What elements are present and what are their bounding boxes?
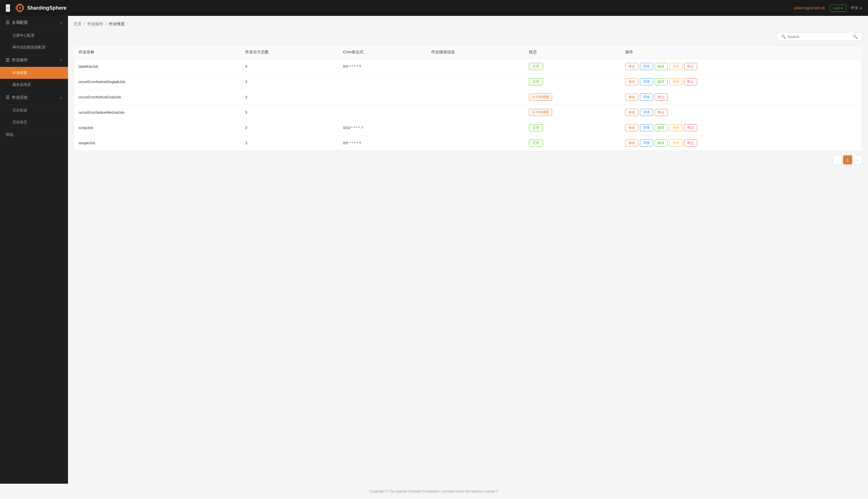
btn-edit-4[interactable]: 修改 <box>625 124 638 131</box>
sidebar-item-server-dimension[interactable]: 服务器维度 <box>0 79 68 91</box>
cell-shards-3: 3 <box>240 105 339 120</box>
btn-fail-0[interactable]: 失效 <box>669 63 682 70</box>
sidebar-section-job-ops: ☰ 作业操作 ∧ 作业维度 服务器维度 <box>0 53 68 91</box>
btn-detail-0[interactable]: 详情 <box>640 63 653 70</box>
btn-stop-0[interactable]: 终止 <box>684 63 697 70</box>
btn-stop-2[interactable]: 终止 <box>655 94 668 101</box>
cell-actions-1: 修改详情触发失效终止 <box>621 74 862 89</box>
cell-actions-0: 修改详情触发失效终止 <box>621 59 862 74</box>
btn-edit-0[interactable]: 修改 <box>625 63 638 70</box>
btn-stop-1[interactable]: 终止 <box>684 78 697 85</box>
search-button-icon: 🔍 <box>853 34 857 39</box>
app-wrapper: ≡ ShardingSphere pdai-regcenter-zk root … <box>0 0 868 499</box>
btn-trigger-4[interactable]: 触发 <box>655 124 668 131</box>
btn-stop-4[interactable]: 终止 <box>684 124 697 131</box>
search-input-wrap: 🔍 🔍 <box>777 32 862 41</box>
cell-desc-4 <box>427 120 525 135</box>
table-row: dataflowJob30/5 * * * * ?正常修改详情触发失效终止 <box>74 59 862 74</box>
breadcrumb-home[interactable]: 主页 <box>74 22 81 27</box>
col-header-desc: 作业描述信息 <box>427 46 525 59</box>
btn-stop-3[interactable]: 终止 <box>655 109 668 116</box>
cell-status-4: 正常 <box>524 120 621 135</box>
cell-desc-2 <box>427 89 525 105</box>
sidebar-item-history-status[interactable]: 历史状态 <box>0 116 68 128</box>
footer: Copyright © The Apache Software Foundati… <box>0 484 868 499</box>
cell-name-4: scriptJob <box>74 120 240 135</box>
lang-chevron-icon: ∨ <box>859 6 862 10</box>
list-icon-3: ☰ <box>6 95 10 100</box>
pagination-page-1-button[interactable]: 1 <box>843 155 852 165</box>
header-left: ≡ ShardingSphere <box>6 3 66 13</box>
btn-fail-1[interactable]: 失效 <box>669 78 682 85</box>
table-row: scriptJob30/10 * * * * ?正常修改详情触发失效终止 <box>74 120 862 135</box>
sidebar-group-job-ops[interactable]: ☰ 作业操作 ∧ <box>0 53 68 67</box>
btn-stop-5[interactable]: 终止 <box>684 139 697 147</box>
lang-label: 中文 <box>851 5 858 11</box>
logo-area: ShardingSphere <box>15 3 66 13</box>
cell-actions-2: 修改详情终止 <box>621 89 862 105</box>
menu-toggle-button[interactable]: ≡ <box>6 4 10 12</box>
btn-edit-1[interactable]: 修改 <box>625 78 638 85</box>
action-buttons-4: 修改详情触发失效终止 <box>625 124 857 131</box>
table-header-row: 作业名称 作业分片总数 Cron表达式 作业描述信息 状态 操作 <box>74 46 862 59</box>
sidebar-item-reg-center-config[interactable]: 注册中心配置 <box>0 29 68 41</box>
sidebar-group-job-history[interactable]: ☰ 作业历史 ∧ <box>0 91 68 104</box>
cell-name-2: occurErrorNoticeEmailJob <box>74 89 240 105</box>
jobs-table-wrap: 作业名称 作业分片总数 Cron表达式 作业描述信息 状态 操作 dataflo… <box>74 45 862 151</box>
sidebar-group-global-config[interactable]: ☰ 全局配置 ∧ <box>0 16 68 29</box>
sidebar-item-history-trace[interactable]: 历史轨迹 <box>0 104 68 116</box>
header: ≡ ShardingSphere pdai-regcenter-zk root … <box>0 0 868 16</box>
pagination-next-button[interactable]: › <box>853 155 862 165</box>
btn-detail-1[interactable]: 详情 <box>640 78 653 85</box>
cell-desc-0 <box>427 59 525 74</box>
cell-shards-0: 3 <box>240 59 339 74</box>
table-row: simpleJob30/5 * * * * ?正常修改详情触发失效终止 <box>74 135 862 151</box>
breadcrumb-job-ops[interactable]: 作业操作 <box>87 22 103 27</box>
btn-fail-4[interactable]: 失效 <box>669 124 682 131</box>
lang-switch-button[interactable]: 中文 ∨ <box>851 5 862 11</box>
cell-name-3: occurErrorNoticeWechatJob <box>74 105 240 120</box>
cell-cron-2 <box>339 89 427 105</box>
sidebar-item-help[interactable]: 帮助 <box>0 128 68 142</box>
breadcrumb-current: 作业维度 <box>109 22 125 27</box>
status-badge-1: 正常 <box>529 78 543 85</box>
user-menu-button[interactable]: root ▾ <box>830 4 846 12</box>
cell-name-5: simpleJob <box>74 135 240 151</box>
main-area: ☰ 全局配置 ∧ 注册中心配置 事件追踪数据源配置 ☰ 作业操作 ∧ 作业维度 <box>0 16 868 484</box>
search-input[interactable] <box>788 35 852 39</box>
btn-trigger-5[interactable]: 触发 <box>655 139 668 147</box>
btn-edit-5[interactable]: 修改 <box>625 139 638 147</box>
btn-trigger-0[interactable]: 触发 <box>655 63 668 70</box>
cell-status-5: 正常 <box>524 135 621 151</box>
cell-status-3: 分片待调整 <box>524 105 621 120</box>
cell-status-1: 正常 <box>524 74 621 89</box>
btn-detail-4[interactable]: 详情 <box>640 124 653 131</box>
cell-shards-1: 3 <box>240 74 339 89</box>
breadcrumb-sep-1: / <box>84 22 85 26</box>
btn-detail-5[interactable]: 详情 <box>640 139 653 147</box>
list-icon: ☰ <box>6 20 10 25</box>
logo-icon <box>15 3 25 13</box>
content-area: 主页 / 作业操作 / 作业维度 🔍 🔍 <box>68 16 868 484</box>
breadcrumb: 主页 / 作业操作 / 作业维度 <box>74 22 862 27</box>
action-buttons-0: 修改详情触发失效终止 <box>625 63 857 70</box>
sidebar-item-job-dimension[interactable]: 作业维度 <box>0 67 68 79</box>
btn-trigger-1[interactable]: 触发 <box>655 78 668 85</box>
footer-text: Copyright © The Apache Software Foundati… <box>370 489 498 493</box>
status-badge-3: 分片待调整 <box>529 109 552 116</box>
btn-detail-2[interactable]: 详情 <box>640 94 653 101</box>
table-row: occurErrorNoticeWechatJob3分片待调整修改详情终止 <box>74 105 862 120</box>
btn-fail-5[interactable]: 失效 <box>669 139 682 147</box>
sidebar-item-event-trace-config[interactable]: 事件追踪数据源配置 <box>0 41 68 53</box>
cell-status-0: 正常 <box>524 59 621 74</box>
status-badge-2: 分片待调整 <box>529 94 552 101</box>
pagination-prev-button[interactable]: ‹ <box>833 155 842 165</box>
sidebar-group-job-ops-label: 作业操作 <box>12 58 28 63</box>
search-submit-button[interactable]: 🔍 <box>852 34 859 39</box>
btn-edit-2[interactable]: 修改 <box>625 94 638 101</box>
reg-center-label: pdai-regcenter-zk <box>794 6 825 10</box>
user-chevron-icon: ▾ <box>841 6 843 10</box>
btn-detail-3[interactable]: 详情 <box>640 109 653 116</box>
btn-edit-3[interactable]: 修改 <box>625 109 638 116</box>
sidebar-group-job-ops-chevron: ∧ <box>60 58 62 62</box>
